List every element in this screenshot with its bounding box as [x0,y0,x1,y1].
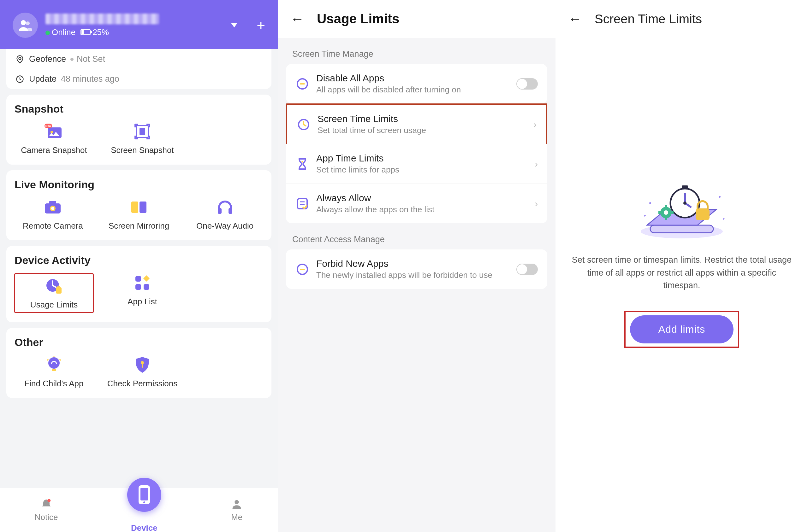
svg-rect-47 [665,217,667,220]
screen-time-group-2: App Time Limits Set time limits for apps… [286,144,547,223]
screen-time-description: Set screen time or timespan limits. Rest… [571,253,792,292]
svg-rect-21 [135,276,141,282]
svg-rect-4 [48,128,61,138]
remote-camera-icon [43,198,62,217]
remote-camera-tile[interactable]: Remote Camera [15,198,91,231]
app-list-tile[interactable]: App List [103,273,182,313]
screen-time-limits-panel: ← Screen Time Limits [555,0,808,532]
clock-icon [15,74,25,84]
svg-rect-48 [658,211,662,214]
live-title: Live Monitoring [15,178,263,191]
device-panel: Online 25% + Geofence Not Set Updat [0,0,278,532]
svg-text:New: New [45,124,52,128]
svg-point-1 [26,21,30,25]
chevron-right-icon: › [533,119,536,130]
geofence-value: Not Set [77,54,105,64]
check-permissions-tile[interactable]: Check Permissions [103,356,182,388]
camera-snapshot-icon: New [44,122,63,141]
usage-limits-topbar: ← Usage Limits [278,0,555,38]
add-limits-button[interactable]: Add limits [630,315,734,343]
clock-icon [297,118,311,132]
section-screen-time-manage: Screen Time Manage [278,38,555,64]
hourglass-icon [295,157,309,171]
list-check-icon [295,197,309,211]
one-way-audio-tile[interactable]: One-Way Audio [186,198,263,231]
device-fab-icon [127,478,161,512]
forbid-new-apps-row[interactable]: Forbid New Apps The newly installed apps… [286,249,547,289]
find-childs-app-tile[interactable]: Find Child's App [15,356,93,388]
camera-snapshot-tile[interactable]: New Camera Snapshot [15,122,93,155]
svg-rect-34 [300,83,305,84]
back-icon[interactable]: ← [568,11,582,27]
svg-point-51 [649,202,651,204]
svg-rect-11 [49,201,56,205]
chevron-right-icon: › [535,159,538,169]
nav-notice[interactable]: Notice [35,498,58,522]
svg-point-43 [683,202,686,205]
screen-time-limits-row[interactable]: Screen Time Limits Set total time of scr… [287,105,546,144]
usage-limits-title: Usage Limits [317,11,399,26]
svg-rect-42 [682,186,688,189]
device-dropdown-icon[interactable] [231,23,237,27]
usage-limits-icon [44,277,63,296]
svg-point-28 [47,499,51,502]
stopwatch-illustration [631,178,732,241]
snapshot-title: Snapshot [15,103,263,115]
svg-point-45 [664,210,668,215]
app-list-icon [133,273,152,292]
section-content-access-manage: Content Access Manage [278,223,555,249]
svg-rect-9 [140,128,145,135]
svg-rect-17 [228,208,232,214]
svg-rect-30 [141,488,148,500]
content-access-group: Forbid New Apps The newly installed apps… [286,249,547,289]
svg-point-5 [51,131,53,133]
svg-point-0 [21,20,26,25]
forbid-icon [295,262,309,276]
live-monitoring-section: Live Monitoring Remote Camera Screen Mir… [6,170,272,240]
svg-rect-49 [671,211,674,214]
bottom-nav: Notice Device Me [0,488,278,532]
device-header: Online 25% + [0,0,278,49]
svg-rect-25 [52,369,56,371]
snapshot-section: Snapshot New Camera Snapshot Screen Snap… [6,95,272,165]
svg-point-26 [141,361,144,364]
update-label: Update [29,74,56,84]
update-value: 48 minutes ago [61,74,119,84]
svg-point-52 [719,196,720,198]
screen-snapshot-tile[interactable]: Screen Snapshot [103,122,182,155]
disable-all-apps-row[interactable]: Disable All Apps All apps will be disabl… [286,64,547,103]
nav-me[interactable]: Me [231,498,243,522]
app-time-limits-row[interactable]: App Time Limits Set time limits for apps… [286,144,547,184]
svg-rect-15 [140,202,146,213]
chevron-right-icon: › [535,198,538,209]
geofence-row[interactable]: Geofence Not Set [6,49,272,69]
divider [247,20,247,31]
svg-point-2 [19,57,21,60]
usage-limits-tile[interactable]: Usage Limits [15,273,93,313]
svg-rect-22 [144,284,149,290]
svg-point-32 [235,500,239,504]
forbid-toggle[interactable] [516,264,538,275]
screen-mirroring-tile[interactable]: Screen Mirroring [101,198,177,231]
disable-icon [295,77,309,91]
screen-time-topbar: ← Screen Time Limits [555,0,808,38]
nav-device[interactable]: Device [127,487,161,532]
always-allow-row[interactable]: Always Allow Always allow the apps on th… [286,184,547,223]
online-status: Online [45,27,75,37]
add-device-icon[interactable]: + [257,18,265,33]
avatar[interactable] [13,13,38,38]
disable-toggle[interactable] [516,78,538,90]
svg-point-13 [51,207,54,210]
screen-mirroring-icon [129,198,148,217]
lightbulb-icon [44,356,63,374]
svg-rect-23 [135,284,141,290]
update-row[interactable]: Update 48 minutes ago [6,69,272,89]
geofence-icon [15,55,25,64]
headphones-icon [216,198,235,217]
svg-point-24 [48,357,60,369]
back-icon[interactable]: ← [290,11,304,27]
screen-time-limits-highlight: Screen Time Limits Set total time of scr… [286,103,547,145]
device-name-redacted [45,14,159,24]
svg-point-31 [143,501,145,503]
other-section: Other Find Child's App Check Permissions [6,328,272,398]
